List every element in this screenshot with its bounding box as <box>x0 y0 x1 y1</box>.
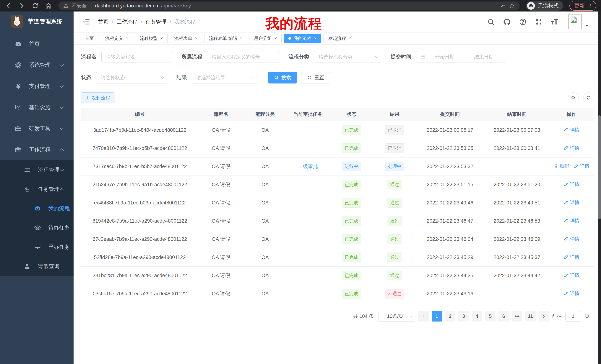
tab-2[interactable]: 流程模型 × <box>135 34 168 43</box>
chevron-down-icon <box>60 63 64 67</box>
update-label: 更新 <box>574 2 585 9</box>
home-icon[interactable] <box>45 2 52 9</box>
avatar[interactable] <box>568 14 582 29</box>
key-icon[interactable] <box>500 3 506 9</box>
sidebar-item-2[interactable]: ¥ 支付管理 <box>0 76 74 97</box>
page-button-5[interactable]: 5 <box>485 311 496 322</box>
current-task-link[interactable]: 一级审批 <box>298 164 318 169</box>
detail-link[interactable]: 详情 <box>564 200 579 206</box>
page-button-11[interactable]: 11 <box>525 311 536 322</box>
page-button-4[interactable]: 4 <box>472 311 482 322</box>
breadcrumb-item-0[interactable]: 首页 <box>98 18 109 25</box>
sidebar-item-6[interactable]: 流程管理 <box>0 160 74 180</box>
filter-status-label: 状态 <box>81 74 91 81</box>
detail-link[interactable]: 详情 <box>564 127 579 133</box>
star-icon[interactable] <box>509 3 515 9</box>
submit-time-range-picker[interactable]: 开始日期 - 结束日期 <box>416 51 505 63</box>
sidebar-item-1[interactable]: 系统管理 <box>0 55 74 76</box>
detail-link[interactable]: 详情 <box>564 181 579 187</box>
cell-end-time <box>485 285 549 303</box>
process-definition-input[interactable] <box>207 51 280 63</box>
sidebar-item-3[interactable]: 基础设施 <box>0 97 74 118</box>
calendar-icon <box>420 54 426 59</box>
table-header-row: 编号流程名流程分类当前审批任务状态结果提交时间结束时间操作 <box>81 108 594 121</box>
tab-5[interactable]: 用户分组 × <box>249 34 281 43</box>
close-icon[interactable]: × <box>274 36 277 41</box>
breadcrumb-item-1[interactable]: 工作流程 <box>117 18 137 25</box>
page-button-1[interactable]: 1 <box>432 311 442 322</box>
close-icon[interactable]: × <box>349 36 351 41</box>
scrollbar[interactable] <box>598 11 601 364</box>
close-icon[interactable]: × <box>240 36 242 41</box>
update-button[interactable]: 更新 <box>570 1 596 11</box>
incognito-label: 无痕模式 <box>538 2 559 9</box>
close-icon[interactable]: × <box>314 36 317 41</box>
page-size-select[interactable]: 10条/页 <box>379 311 415 322</box>
tab-6[interactable]: 我的流程 × <box>284 34 321 43</box>
font-size-icon[interactable]: TT <box>551 18 558 26</box>
cell-category: OA <box>243 121 287 139</box>
start-date-placeholder: 开始日期 <box>427 54 462 60</box>
more-pages-button[interactable]: ••• <box>512 311 522 322</box>
tab-7[interactable]: 发起流程 × <box>323 34 356 43</box>
detail-link[interactable]: 详情 <box>564 272 579 278</box>
detail-link[interactable]: 详情 <box>574 163 589 169</box>
tab-0[interactable]: 首页 <box>80 34 99 43</box>
detail-link[interactable]: 详情 <box>564 218 579 224</box>
sidebar-item-11[interactable]: 请假查询 <box>0 257 74 276</box>
sidebar-item-10[interactable]: 已办任务 <box>0 238 74 257</box>
sidebar-item-0[interactable]: 首页 <box>0 33 74 55</box>
filter-category-label: 流程分类 <box>289 53 309 60</box>
cell-id: 52ffd28e-7b9a-11ec-a290-acde48001122 <box>81 248 199 266</box>
breadcrumb-item-2[interactable]: 任务管理 <box>146 18 166 25</box>
page-button-6[interactable]: 6 <box>499 311 509 322</box>
back-icon[interactable] <box>5 2 12 9</box>
show-search-button[interactable] <box>568 92 579 103</box>
sidebar-item-7[interactable]: 任务管理 <box>0 180 74 199</box>
collapse-sidebar-icon[interactable] <box>82 18 91 26</box>
detail-link[interactable]: 详情 <box>564 236 579 242</box>
page-button-3[interactable]: 3 <box>458 311 469 322</box>
create-process-button[interactable]: + 发起流程 <box>81 92 115 103</box>
search-button[interactable]: 搜索 <box>268 72 297 84</box>
detail-link[interactable]: 详情 <box>564 290 579 297</box>
refresh-icon[interactable] <box>31 2 39 9</box>
tab-3[interactable]: 流程表单 × <box>170 34 202 43</box>
process-name-input[interactable] <box>101 51 173 63</box>
result-select[interactable]: 请选择流结果 <box>192 72 258 84</box>
sidebar-item-8[interactable]: 我的流程 <box>0 199 74 218</box>
prev-page-button[interactable]: ‹ <box>418 311 429 322</box>
help-icon[interactable] <box>519 18 527 26</box>
sidebar-item-5[interactable]: 工作流程 <box>0 139 74 160</box>
fullscreen-icon[interactable] <box>535 18 543 26</box>
close-icon[interactable]: × <box>160 36 163 41</box>
reset-button[interactable]: 重置 <box>301 72 330 84</box>
app-logo-row[interactable]: 芋道管理系统 <box>0 11 74 31</box>
close-icon[interactable]: × <box>195 36 197 41</box>
page-button-2[interactable]: 2 <box>445 311 455 322</box>
forward-icon[interactable] <box>18 2 25 9</box>
user-menu[interactable] <box>568 14 589 29</box>
search-icon <box>571 95 576 100</box>
status-select[interactable]: 请选择状态 <box>96 72 168 84</box>
sidebar-item-4[interactable]: 研发工具 <box>0 118 74 139</box>
next-page-button[interactable]: › <box>539 311 549 322</box>
github-icon[interactable] <box>503 18 511 26</box>
cell-id: 67c2eaab-7b9a-11ec-a290-acde48001122 <box>81 230 199 248</box>
goto-page-input[interactable] <box>565 311 581 322</box>
scrollbar-thumb[interactable] <box>598 115 601 219</box>
detail-link[interactable]: 详情 <box>564 145 579 151</box>
category-select[interactable]: 请选择流程分类 <box>314 51 382 63</box>
search-icon[interactable] <box>487 18 495 26</box>
close-icon[interactable]: × <box>126 36 128 41</box>
tab-1[interactable]: 流程定义 × <box>101 34 133 43</box>
menu-dots-icon[interactable] <box>588 3 593 9</box>
refresh-table-button[interactable] <box>583 92 594 103</box>
divider <box>91 3 91 8</box>
active-dot-icon <box>289 37 291 40</box>
tab-4[interactable]: 流程表单-编辑 × <box>204 34 247 43</box>
address-bar[interactable]: 不安全 dashboard.yudao.iocoder.cn/bpm/task/… <box>58 1 520 10</box>
sidebar-item-9[interactable]: 待办任务 <box>0 218 74 238</box>
cancel-link[interactable]: 取消 <box>554 163 569 169</box>
detail-link[interactable]: 详情 <box>564 254 579 260</box>
